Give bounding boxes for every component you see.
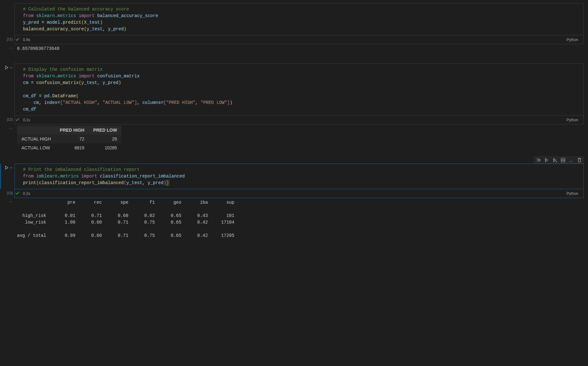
- code-cell-11: # Calculated the balanced accuracy score…: [0, 3, 588, 35]
- svg-rect-0: [561, 158, 565, 160]
- split-cell-icon[interactable]: [561, 158, 566, 163]
- code-input-12[interactable]: # Display the confusion matrix from skle…: [15, 63, 584, 116]
- table-header: PRED HIGH: [56, 126, 89, 135]
- table-header: [17, 126, 56, 135]
- classification-report-output: pre rec spe f1 geo iba sup high_risk 0.0…: [15, 198, 588, 243]
- table-row: ACTUAL HIGH 72 29: [17, 135, 121, 143]
- table-cell: 72: [56, 135, 89, 143]
- run-cell-icon[interactable]: [4, 65, 9, 70]
- selection-indicator: [0, 164, 1, 189]
- execute-above-icon[interactable]: [544, 158, 549, 163]
- output-row-13: … pre rec spe f1 geo iba sup high_risk 0…: [0, 198, 588, 243]
- code-input-13[interactable]: # Print the imbalanced classification re…: [15, 164, 584, 189]
- output-row-12: … PRED HIGH PRED LOW ACTUAL HIGH 72 29 A…: [0, 124, 588, 156]
- table-header-row: PRED HIGH PRED LOW: [17, 126, 121, 135]
- cell-language[interactable]: Python: [567, 38, 580, 42]
- cell-gutter: [0, 3, 15, 35]
- code-comment: # Calculated the balanced accuracy score: [23, 7, 129, 12]
- output-row-11: … 0.65709630773648: [0, 44, 588, 56]
- output-ellipsis[interactable]: …: [0, 124, 15, 156]
- table-cell: 10285: [89, 143, 121, 152]
- confusion-matrix-table: PRED HIGH PRED LOW ACTUAL HIGH 72 29 ACT…: [17, 126, 121, 152]
- matching-bracket: ): [166, 180, 169, 185]
- cell-gutter: [0, 63, 15, 116]
- output-ellipsis[interactable]: …: [0, 44, 15, 56]
- cell-gutter: [0, 164, 15, 189]
- execute-below-icon[interactable]: [552, 158, 557, 163]
- code-comment: # Print the imbalanced classification re…: [23, 167, 140, 172]
- cell-output: PRED HIGH PRED LOW ACTUAL HIGH 72 29 ACT…: [15, 124, 588, 156]
- table-cell: 29: [89, 135, 121, 143]
- kw-import: import: [79, 13, 94, 18]
- code-editor[interactable]: # Print the imbalanced classification re…: [15, 164, 583, 189]
- more-actions-icon[interactable]: …: [569, 158, 574, 163]
- table-header: PRED LOW: [89, 126, 121, 135]
- status-row-11: [11] 0.9s Python: [0, 35, 588, 44]
- chevron-down-icon[interactable]: [9, 166, 13, 169]
- status-row-12: [12] 0.1s Python: [0, 116, 588, 124]
- chevron-down-icon[interactable]: [9, 66, 13, 69]
- whitespace-dots: ····: [23, 100, 34, 105]
- exec-count: [13]: [0, 189, 15, 198]
- code-input-11[interactable]: # Calculated the balanced accuracy score…: [15, 3, 584, 35]
- kw-from: from: [23, 13, 34, 18]
- exec-time: 0.2s: [23, 191, 30, 196]
- exec-time: 0.1s: [23, 118, 30, 122]
- row-label: ACTUAL HIGH: [17, 135, 56, 143]
- code-editor[interactable]: # Calculated the balanced accuracy score…: [15, 3, 583, 35]
- exec-count: [11]: [0, 35, 15, 44]
- cell-toolbar: …: [534, 157, 584, 164]
- code-comment: # Display the confusion matrix: [23, 67, 103, 72]
- exec-time: 0.9s: [23, 38, 30, 42]
- cell-language[interactable]: Python: [567, 191, 580, 196]
- row-label: ACTUAL LOW: [17, 143, 56, 152]
- module: sklearn: [36, 13, 55, 18]
- success-check-icon: [15, 190, 20, 196]
- success-check-icon: [15, 117, 20, 123]
- output-ellipsis[interactable]: …: [0, 198, 15, 243]
- exec-count: [12]: [0, 116, 15, 124]
- success-check-icon: [15, 37, 20, 43]
- code-cell-12: # Display the confusion matrix from skle…: [0, 63, 588, 116]
- run-cell-icon[interactable]: [4, 165, 9, 170]
- run-by-line-icon[interactable]: [536, 158, 541, 163]
- code-editor[interactable]: # Display the confusion matrix from skle…: [15, 64, 583, 115]
- table-row: ACTUAL LOW 6819 10285: [17, 143, 121, 152]
- delete-cell-icon[interactable]: [577, 158, 582, 163]
- svg-rect-1: [561, 160, 565, 162]
- cell-output: 0.65709630773648: [15, 44, 588, 56]
- status-row-13: [13] 0.2s Python: [0, 189, 588, 198]
- cell-language[interactable]: Python: [567, 118, 580, 122]
- code-cell-13: … # Print the imbalanced classification …: [0, 164, 588, 189]
- table-cell: 6819: [56, 143, 89, 152]
